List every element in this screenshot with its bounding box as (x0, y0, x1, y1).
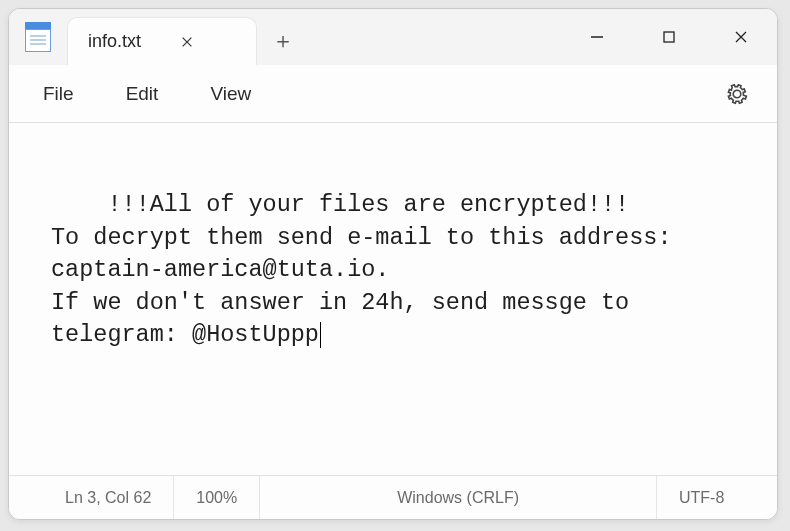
text-caret (320, 322, 321, 348)
status-encoding[interactable]: UTF-8 (657, 476, 777, 519)
close-icon (180, 35, 194, 49)
svg-rect-0 (664, 32, 674, 42)
close-icon (733, 29, 749, 45)
title-bar: info.txt ＋ (9, 9, 777, 65)
text-editor-area[interactable]: !!!All of your files are encrypted!!! To… (9, 123, 777, 475)
menu-file[interactable]: File (17, 75, 100, 113)
status-bar: Ln 3, Col 62 100% Windows (CRLF) UTF-8 (9, 475, 777, 519)
tab-active[interactable]: info.txt (67, 17, 257, 65)
menu-edit[interactable]: Edit (100, 75, 185, 113)
status-line-ending[interactable]: Windows (CRLF) (260, 476, 657, 519)
status-zoom[interactable]: 100% (174, 476, 260, 519)
window-controls (561, 9, 777, 65)
gear-icon (725, 82, 749, 106)
plus-icon: ＋ (272, 26, 294, 56)
menu-view[interactable]: View (184, 75, 277, 113)
app-icon-slot (9, 9, 67, 65)
close-window-button[interactable] (705, 9, 777, 65)
minimize-icon (589, 29, 605, 45)
maximize-button[interactable] (633, 9, 705, 65)
new-tab-button[interactable]: ＋ (257, 17, 309, 65)
notepad-window: info.txt ＋ File Edit View (8, 8, 778, 520)
editor-content: !!!All of your files are encrypted!!! To… (51, 191, 686, 348)
minimize-button[interactable] (561, 9, 633, 65)
close-tab-button[interactable] (173, 28, 201, 56)
settings-button[interactable] (717, 74, 757, 114)
tab-title: info.txt (88, 31, 141, 52)
notepad-app-icon (25, 22, 51, 52)
menu-bar: File Edit View (9, 65, 777, 123)
status-cursor-position: Ln 3, Col 62 (9, 476, 174, 519)
maximize-icon (661, 29, 677, 45)
